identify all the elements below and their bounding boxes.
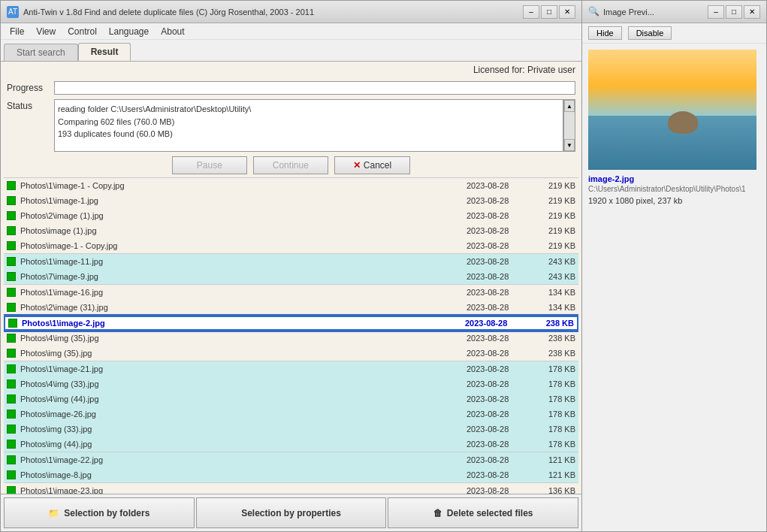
- table-row[interactable]: Photos\1\image-21.jpg 2023-08-28 178 KB: [4, 361, 578, 376]
- disable-button[interactable]: Disable: [628, 26, 672, 40]
- file-indicator: [7, 470, 16, 479]
- file-indicator: [7, 272, 16, 281]
- preview-close-button[interactable]: ✕: [744, 5, 760, 19]
- file-name: Photos\4\img (44).jpg: [20, 394, 467, 404]
- preview-title-icon: 🔍: [588, 6, 600, 18]
- continue-button[interactable]: Continue: [253, 156, 328, 174]
- preview-minimize-button[interactable]: –: [708, 5, 724, 19]
- status-area: Status reading folder C:\Users\Administr…: [1, 98, 581, 153]
- preview-window: 🔍 Image Previ... – □ ✕ Hide Disable imag…: [582, 0, 767, 532]
- file-name: Photos\7\image-9.jpg: [20, 272, 467, 281]
- file-date: 2023-08-28: [467, 288, 530, 297]
- preview-toolbar: Hide Disable: [582, 23, 766, 44]
- file-date: 2023-08-28: [467, 334, 530, 343]
- minimize-button[interactable]: –: [523, 5, 539, 19]
- table-row[interactable]: Photos\1\image-23.jpg 2023-08-28 136 KB: [4, 483, 578, 494]
- file-name: Photos\img (35).jpg: [20, 349, 467, 358]
- table-row[interactable]: Photos\7\image-9.jpg 2023-08-28 243 KB: [4, 269, 578, 284]
- table-row[interactable]: Photos\image (1).jpg 2023-08-28 219 KB: [4, 223, 578, 238]
- preview-controls: – □ ✕: [708, 5, 760, 19]
- tab-result[interactable]: Result: [78, 43, 131, 61]
- table-row[interactable]: Photos\4\img (44).jpg 2023-08-28 178 KB: [4, 391, 578, 407]
- maximize-button[interactable]: □: [541, 5, 557, 19]
- close-button[interactable]: ✕: [559, 5, 575, 19]
- preview-title-bar: 🔍 Image Previ... – □ ✕: [582, 1, 766, 23]
- table-row[interactable]: Photos\4\img (33).jpg 2023-08-28 178 KB: [4, 376, 578, 391]
- file-date: 2023-08-28: [467, 303, 530, 312]
- scroll-down-button[interactable]: ▼: [564, 139, 575, 151]
- file-date: 2023-08-28: [467, 470, 530, 479]
- file-size: 178 KB: [530, 425, 575, 434]
- file-indicator: [7, 211, 16, 220]
- table-row[interactable]: Photos\image-26.jpg 2023-08-28 178 KB: [4, 407, 578, 422]
- file-date: 2023-08-28: [467, 486, 530, 494]
- file-size: 219 KB: [530, 196, 575, 205]
- file-indicator: [7, 440, 16, 449]
- file-size: 121 KB: [530, 470, 575, 479]
- table-row[interactable]: Photos\image-8.jpg 2023-08-28 121 KB: [4, 467, 578, 482]
- properties-label: Selection by properties: [241, 508, 341, 518]
- menu-file[interactable]: File: [4, 25, 30, 38]
- menu-language[interactable]: Language: [103, 25, 155, 38]
- file-name: Photos\image-1 - Copy.jpg: [20, 241, 467, 250]
- selection-by-folders-button[interactable]: 📁 Selection by folders: [4, 497, 195, 528]
- file-date: 2023-08-28: [467, 226, 530, 235]
- file-indicator: [7, 349, 16, 358]
- delete-selected-button[interactable]: 🗑 Delete selected files: [388, 497, 578, 528]
- file-name: Photos\2\image (31).jpg: [20, 303, 467, 312]
- preview-filename: image-2.jpg: [588, 174, 760, 183]
- file-indicator: [7, 334, 16, 343]
- table-row[interactable]: Photos\1\image-1.jpg 2023-08-28 219 KB: [4, 193, 578, 208]
- file-name: Photos\4\img (33).jpg: [20, 379, 467, 388]
- table-row[interactable]: Photos\1\image-11.jpg 2023-08-28 243 KB: [4, 254, 578, 269]
- table-row[interactable]: Photos\4\img (35).jpg 2023-08-28 238 KB: [4, 331, 578, 346]
- file-indicator: [8, 319, 17, 328]
- table-row[interactable]: Photos\1\image-2.jpg 2023-08-28 238 KB: [4, 316, 578, 331]
- cancel-button[interactable]: ✕ Cancel: [334, 156, 410, 174]
- menu-view[interactable]: View: [30, 25, 62, 38]
- table-row[interactable]: Photos\2\image (31).jpg 2023-08-28 134 K…: [4, 300, 578, 315]
- table-row[interactable]: Photos\1\image-22.jpg 2023-08-28 121 KB: [4, 452, 578, 467]
- table-row[interactable]: Photos\image-1 - Copy.jpg 2023-08-28 219…: [4, 238, 578, 253]
- selection-by-properties-button[interactable]: Selection by properties: [196, 497, 387, 528]
- file-indicator: [7, 257, 16, 266]
- table-row[interactable]: Photos\2\image (1).jpg 2023-08-28 219 KB: [4, 208, 578, 223]
- table-row[interactable]: Photos\1\image-16.jpg 2023-08-28 134 KB: [4, 285, 578, 300]
- scroll-up-button[interactable]: ▲: [564, 100, 575, 112]
- file-name: Photos\img (33).jpg: [20, 425, 467, 434]
- menu-control[interactable]: Control: [62, 25, 103, 38]
- file-size: 136 KB: [530, 486, 575, 494]
- preview-image: [588, 50, 756, 170]
- table-row[interactable]: Photos\1\image-1 - Copy.jpg 2023-08-28 2…: [4, 178, 578, 193]
- preview-image-area: image-2.jpg C:\Users\Administrator\Deskt…: [582, 44, 766, 531]
- file-date: 2023-08-28: [467, 410, 530, 419]
- table-row[interactable]: Photos\img (35).jpg 2023-08-28 238 KB: [4, 346, 578, 361]
- cancel-x-icon: ✕: [353, 160, 361, 171]
- title-bar: AT Anti-Twin v 1.8d Find and delete dupl…: [1, 1, 581, 23]
- file-size: 178 KB: [530, 364, 575, 373]
- cancel-label: Cancel: [364, 160, 391, 171]
- file-name: Photos\1\image-11.jpg: [20, 257, 467, 266]
- preview-title-text: Image Previ...: [603, 8, 708, 17]
- hide-button[interactable]: Hide: [588, 26, 622, 40]
- file-name: Photos\1\image-2.jpg: [22, 319, 465, 328]
- pause-button[interactable]: Pause: [172, 156, 247, 174]
- table-row[interactable]: Photos\img (44).jpg 2023-08-28 178 KB: [4, 437, 578, 452]
- file-indicator: [7, 486, 16, 494]
- menu-about[interactable]: About: [155, 25, 190, 38]
- tab-start-search[interactable]: Start search: [4, 44, 78, 61]
- progress-area: Progress: [1, 78, 581, 98]
- preview-maximize-button[interactable]: □: [726, 5, 742, 19]
- file-list[interactable]: Photos\1\image-1 - Copy.jpg 2023-08-28 2…: [4, 178, 578, 494]
- tab-bar: Start search Result: [1, 40, 581, 61]
- file-date: 2023-08-28: [467, 364, 530, 373]
- table-row[interactable]: Photos\img (33).jpg 2023-08-28 178 KB: [4, 422, 578, 437]
- status-scrollbar[interactable]: ▲ ▼: [563, 99, 575, 152]
- file-date: 2023-08-28: [467, 211, 530, 220]
- file-indicator: [7, 364, 16, 373]
- license-text: Licensed for: Private user: [473, 65, 575, 75]
- window-title: Anti-Twin v 1.8d Find and delete duplica…: [23, 8, 523, 17]
- file-indicator: [7, 226, 16, 235]
- file-size: 178 KB: [530, 394, 575, 404]
- buttons-area: Pause Continue ✕ Cancel: [1, 153, 581, 177]
